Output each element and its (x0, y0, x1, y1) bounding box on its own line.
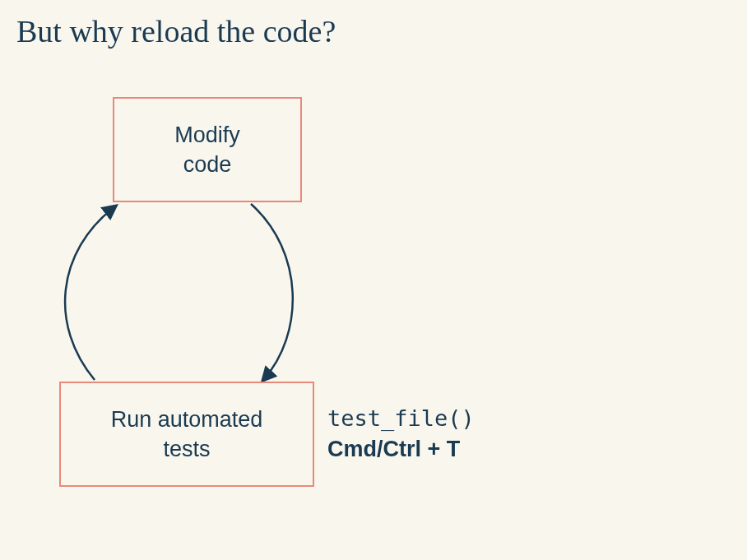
box-run-tests: Run automated tests (59, 382, 314, 487)
shortcut-hint: Cmd/Ctrl + T (327, 434, 475, 465)
side-note: test_file() Cmd/Ctrl + T (327, 403, 475, 465)
code-hint: test_file() (327, 403, 475, 434)
box-modify-code: Modify code (113, 97, 302, 202)
cycle-diagram: Modify code Run automated tests test_fil… (0, 62, 747, 523)
slide-title: But why reload the code? (0, 0, 747, 62)
